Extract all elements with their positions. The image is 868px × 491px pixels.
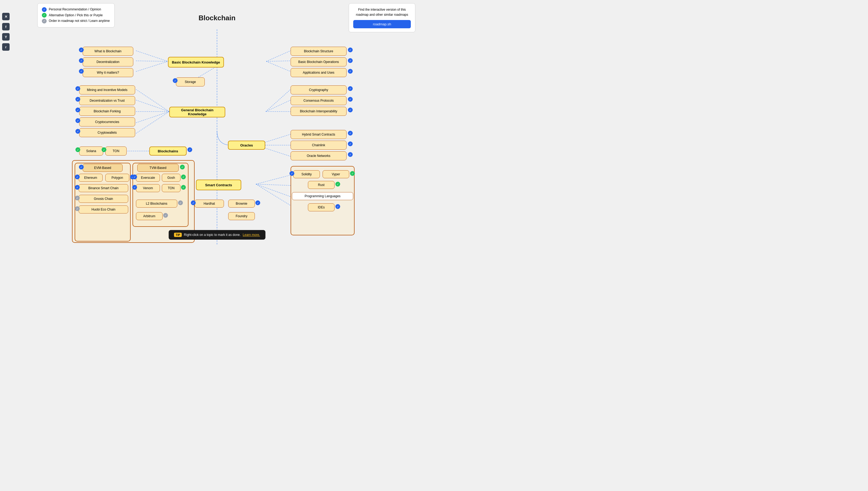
node-why-it-matters[interactable]: Why it matters?	[83, 68, 133, 77]
svg-line-1	[136, 51, 168, 61]
badge-blockchains: ✓	[187, 147, 192, 152]
node-blockchain-interoperability[interactable]: Blockchain Interoperability	[290, 107, 347, 116]
node-smart-contracts[interactable]: Smart Contracts	[196, 180, 241, 190]
badge-what-is-blockchain: ✓	[79, 48, 84, 52]
reddit-btn[interactable]: r	[2, 43, 9, 51]
badge-solana: ✓	[75, 147, 80, 152]
node-storage[interactable]: Storage	[176, 77, 205, 86]
node-decentralization-trust[interactable]: Decentralization vs Trust	[79, 96, 135, 105]
node-consensus-protocols[interactable]: Consensus Protocols	[290, 96, 347, 105]
node-oracles[interactable]: Oracles	[228, 141, 265, 150]
badge-gosh: ✓	[181, 175, 186, 179]
badge-ehereum: ✓	[75, 175, 80, 179]
node-general-blockchain[interactable]: General Blockchain Knowledge	[169, 107, 225, 117]
node-arbitrum[interactable]: Arbitrum	[136, 212, 163, 220]
legend-box: ✓ Personal Recommendation / Opinion ✓ Al…	[37, 3, 115, 28]
badge-rust: ✓	[335, 182, 340, 186]
badge-everscale: ✓	[132, 175, 137, 179]
node-blockchain-structure[interactable]: Blockchain Structure	[290, 47, 347, 56]
node-mining-incentive[interactable]: Mining and Incentive Models	[79, 85, 135, 94]
svg-line-14	[266, 100, 290, 112]
svg-line-21	[256, 175, 290, 184]
svg-line-24	[256, 184, 290, 205]
page-title: Blockchain	[198, 14, 236, 22]
node-brownie[interactable]: Brownie	[228, 200, 255, 208]
node-decentralization[interactable]: Decentralization	[83, 57, 133, 66]
roadmap-button[interactable]: roadmap.sh	[353, 20, 411, 28]
svg-line-9	[136, 100, 169, 112]
node-rust[interactable]: Rust	[308, 181, 335, 189]
badge-brownie: ✓	[255, 200, 260, 205]
node-huobi-eco[interactable]: Huobi Eco Chain	[79, 205, 128, 213]
node-gnosis-chain[interactable]: Gnosis Chain	[79, 195, 128, 203]
node-tvm-based[interactable]: TVM-Based	[137, 164, 179, 172]
node-solana[interactable]: Solana	[79, 146, 103, 155]
legend-text-gray: Order in roadmap not strict / Learn anyt…	[49, 18, 110, 24]
twitter-btn[interactable]: ✕	[2, 13, 9, 20]
node-chainlink[interactable]: Chainlink	[290, 141, 347, 150]
badge-evm-based: ✓	[79, 165, 84, 169]
badge-blockchain-interoperability: ✓	[348, 108, 353, 112]
badge-solidity: ✓	[289, 171, 294, 176]
node-blockchains[interactable]: Blockchains	[149, 146, 187, 155]
node-cryptography[interactable]: Cryptography	[290, 85, 347, 94]
node-what-is-blockchain[interactable]: What is Blockchain	[83, 47, 133, 56]
badge-gnosis-chain: ✓	[75, 196, 80, 200]
badge-why-it-matters: ✓	[79, 69, 84, 74]
badge-cryptography: ✓	[348, 86, 353, 91]
node-cryptocurrencies[interactable]: Cryptocurrencies	[79, 117, 135, 126]
ycombinator-btn[interactable]: Y	[2, 33, 9, 40]
tip-link[interactable]: Learn more.	[243, 233, 260, 237]
facebook-btn[interactable]: f	[2, 23, 9, 30]
node-binance-smart[interactable]: Binance Smart Chain	[79, 184, 128, 192]
tip-bar: TIP Right-click on a topic to mark it as…	[169, 230, 266, 240]
badge-blockchain-structure: ✓	[348, 48, 353, 52]
svg-line-3	[136, 61, 168, 71]
node-everscale[interactable]: Everscale	[136, 174, 160, 182]
legend-text-green: Alternative Option / Pick this or Purple	[49, 12, 103, 19]
badge-applications-and-uses: ✓	[348, 69, 353, 74]
svg-line-5	[266, 61, 290, 61]
badge-oracle-networks: ✓	[348, 152, 353, 157]
node-gosh[interactable]: Gosh	[162, 174, 181, 182]
node-foundry[interactable]: Foundry	[228, 212, 255, 220]
badge-ton-left: ✓	[101, 147, 106, 152]
node-vyper[interactable]: Vyper	[322, 170, 349, 178]
info-box: Find the interactive version of this roa…	[349, 3, 415, 32]
badge-storage: ✓	[173, 78, 178, 83]
node-cryptowallets[interactable]: Cryptowallets	[79, 128, 135, 137]
svg-line-6	[266, 61, 290, 71]
badge-mining-incentive: ✓	[75, 86, 80, 91]
svg-line-23	[256, 184, 290, 197]
node-ton-left[interactable]: TON	[105, 146, 127, 155]
node-hybrid-smart-contracts[interactable]: Hybrid Smart Contracts	[290, 130, 347, 139]
node-programming-languages[interactable]: Programming Languages	[292, 192, 353, 200]
legend-icon-gray: ✓	[42, 19, 46, 24]
node-oracle-networks[interactable]: Oracle Networks	[290, 151, 347, 161]
badge-ton-tvm: ✓	[181, 185, 186, 190]
node-hardhat[interactable]: Hardhat	[195, 200, 224, 208]
node-ides[interactable]: IDEs	[308, 203, 335, 211]
badge-basic-blockchain-ops: ✓	[348, 58, 353, 63]
node-ehereum[interactable]: Ehereum	[79, 174, 103, 182]
info-text: Find the interactive version of this roa…	[353, 7, 411, 17]
node-basic-blockchain-ops[interactable]: Basic Blockchain Operations	[290, 57, 347, 66]
node-ton-tvm[interactable]: TON	[162, 184, 181, 192]
badge-decentralization: ✓	[79, 58, 84, 63]
node-polygon[interactable]: Polygon	[105, 174, 129, 182]
badge-venom: ✓	[132, 185, 137, 190]
badge-hardhat: ✓	[191, 200, 196, 205]
badge-ides: ✓	[335, 204, 340, 209]
node-l2-blockchains[interactable]: L2 Blockchains	[136, 200, 177, 208]
node-venom[interactable]: Venom	[136, 184, 160, 192]
tip-text: Right-click on a topic to mark it as don…	[184, 233, 241, 237]
node-solidity[interactable]: Solidity	[293, 170, 320, 178]
svg-line-22	[256, 184, 290, 185]
badge-consensus-protocols: ✓	[348, 97, 353, 102]
badge-vyper: ✓	[350, 171, 355, 176]
badge-cryptocurrencies: ✓	[75, 118, 80, 123]
node-evm-based[interactable]: EVM-Based	[83, 164, 123, 172]
node-basic-blockchain[interactable]: Basic Blockchain Knowledge	[168, 57, 224, 67]
node-applications-and-uses[interactable]: Applications and Uses	[290, 68, 347, 77]
node-blockchain-forking[interactable]: Blockchain Forking	[79, 107, 135, 116]
